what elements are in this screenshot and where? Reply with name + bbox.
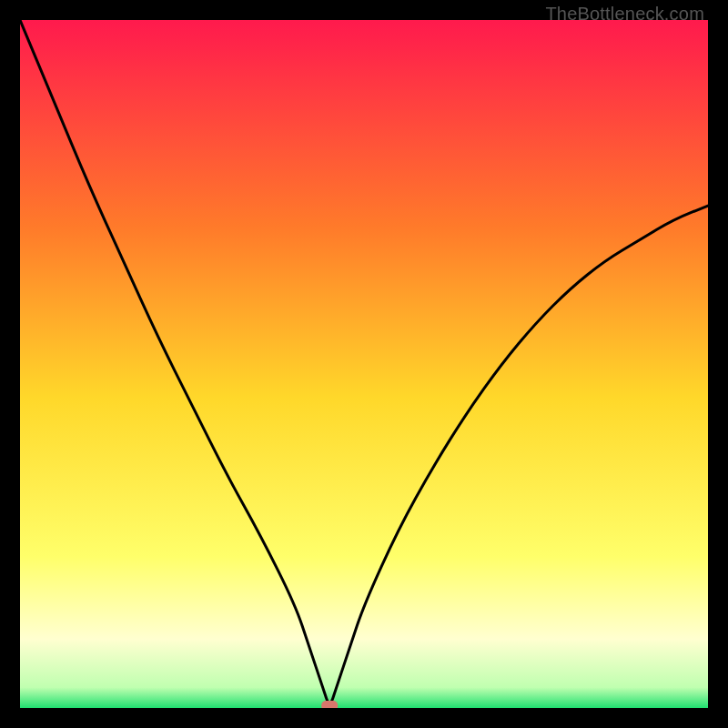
chart-svg [20, 20, 708, 708]
watermark-text: TheBottleneck.com [545, 4, 704, 25]
plot-area [20, 20, 708, 708]
chart-container: TheBottleneck.com [0, 0, 728, 728]
minimum-marker [321, 701, 338, 708]
